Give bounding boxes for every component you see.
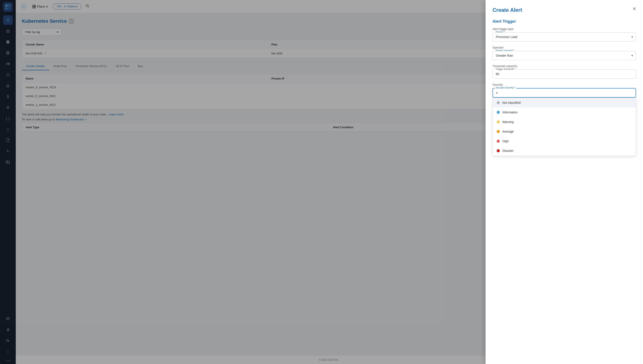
threshold-field-label: Threshold value(%) (493, 64, 636, 68)
dropdown-item-not-classified[interactable]: Not classified (493, 98, 636, 108)
trigger-field-group: Alert trigger type Trigger * Processor L… (493, 27, 636, 42)
dropdown-item-disaster[interactable]: Disaster (493, 146, 636, 156)
high-dot (497, 140, 500, 143)
disaster-dot (497, 149, 500, 152)
severity-field-group: Severity Set alert Severity * Not classi… (493, 83, 636, 98)
dropdown-item-warning[interactable]: Warning (493, 117, 636, 127)
severity-trigger[interactable] (493, 88, 636, 98)
disaster-label: Disaster (502, 149, 514, 152)
severity-floating-label: Set alert Severity * (495, 86, 516, 89)
threshold-input[interactable] (493, 70, 636, 79)
information-dot (497, 111, 500, 114)
warning-dot (497, 120, 500, 124)
trigger-field-label: Alert trigger type (493, 27, 636, 30)
not-classified-label: Not classified (502, 101, 520, 104)
dropdown-item-high[interactable]: High (493, 136, 636, 146)
operator-select[interactable]: Greater thanLess thanEqual toGreater tha… (493, 51, 636, 60)
threshold-field-group: Threshold value(%) Trigger threshold * (493, 64, 636, 79)
operator-field-group: Operator Trigger operator * Greater than… (493, 46, 636, 60)
dropdown-item-average[interactable]: Average (493, 127, 636, 136)
trigger-select-wrapper: Trigger * Processor LoadMemory UsageDisk… (493, 32, 636, 42)
average-dot (497, 130, 500, 133)
operator-field-label: Operator (493, 46, 636, 49)
not-classified-dot (497, 101, 500, 104)
modal-close-button[interactable]: ✕ (631, 5, 638, 12)
severity-select-wrapper: Set alert Severity * Not classified Info… (493, 88, 636, 98)
modal-title: Create Alert (493, 7, 636, 13)
dropdown-item-information[interactable]: Information (493, 108, 636, 117)
operator-select-wrapper: Trigger operator * Greater thanLess than… (493, 51, 636, 60)
threshold-floating-label: Trigger threshold * (495, 68, 516, 70)
create-alert-modal: Create Alert ✕ Alert Trigger Alert trigg… (486, 0, 643, 364)
close-icon: ✕ (632, 6, 636, 11)
modal-backdrop: Create Alert ✕ Alert Trigger Alert trigg… (0, 0, 643, 364)
severity-dropdown-list: Not classified Information Warning Avera… (493, 98, 636, 156)
warning-label: Warning (502, 120, 514, 124)
information-label: Information (502, 110, 518, 114)
severity-field-label: Severity (493, 83, 636, 86)
average-label: Average (502, 130, 514, 133)
threshold-input-wrapper: Trigger threshold * (493, 70, 636, 79)
section-title: Alert Trigger (493, 19, 636, 24)
high-label: High (502, 140, 509, 143)
trigger-select[interactable]: Processor LoadMemory UsageDisk UsageNetw… (493, 32, 636, 42)
